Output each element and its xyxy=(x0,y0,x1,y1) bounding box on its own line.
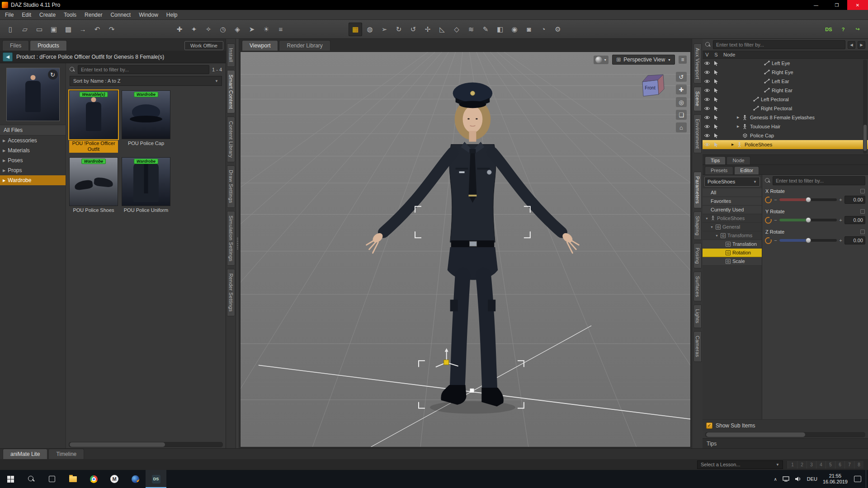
camera-zoom-button[interactable]: ◎ xyxy=(676,97,687,107)
poses-category[interactable]: Poses xyxy=(0,155,66,165)
frame-cell[interactable]: 1 xyxy=(788,461,797,469)
network-icon[interactable] xyxy=(783,476,789,482)
parameter-value[interactable]: 0.00 xyxy=(844,236,865,244)
measure-metrics-button[interactable]: ✧ xyxy=(202,23,215,36)
next-selection-button[interactable] xyxy=(858,41,865,49)
selectable-cursor-icon[interactable] xyxy=(712,70,721,75)
scrollbar-thumb[interactable] xyxy=(70,442,165,447)
frame-cell[interactable]: 7 xyxy=(844,461,854,469)
all-group[interactable]: All xyxy=(703,188,762,197)
visibility-eye-icon[interactable] xyxy=(703,106,712,111)
redo-button[interactable]: ↷ xyxy=(105,23,118,36)
refresh-icon[interactable]: ↻ xyxy=(48,70,58,80)
spot-render-button[interactable]: ◔ xyxy=(537,23,550,36)
horizontal-scrollbar[interactable] xyxy=(69,442,223,447)
render-settings-tab[interactable]: Render Settings xyxy=(227,269,235,316)
task-view-button[interactable] xyxy=(42,470,62,488)
install-manager-button[interactable]: M xyxy=(104,470,125,488)
tab-viewport[interactable]: Viewport xyxy=(242,40,278,51)
scale-group[interactable]: Scale xyxy=(703,257,762,266)
help-button[interactable]: ? xyxy=(836,23,850,36)
currently-used-group[interactable]: Currently Used xyxy=(703,206,762,214)
selectable-cursor-icon[interactable] xyxy=(712,97,721,102)
simulation-clock-button[interactable]: ◷ xyxy=(216,23,230,36)
selectable-cursor-icon[interactable] xyxy=(712,124,721,129)
product-filter-input[interactable] xyxy=(81,67,206,72)
parameter-menu-icon[interactable] xyxy=(860,209,865,214)
visibility-eye-icon[interactable] xyxy=(703,142,712,147)
frame-view-button[interactable]: ❏ xyxy=(676,110,687,120)
visibility-eye-icon[interactable] xyxy=(703,124,712,129)
drawstyle-selector[interactable] xyxy=(594,56,609,64)
frame-cell[interactable]: 4 xyxy=(816,461,826,469)
window-menu[interactable]: Window xyxy=(135,10,162,19)
pou-police-shoes-tile[interactable]: Wardrobe POU Police Shoes xyxy=(69,157,118,220)
visibility-eye-icon[interactable] xyxy=(703,79,712,84)
geometry-editor-button[interactable]: ◧ xyxy=(493,23,507,36)
mesh-grabber-button[interactable]: ✎ xyxy=(479,23,492,36)
chrome-button[interactable] xyxy=(83,470,104,488)
render-menu[interactable]: Render xyxy=(80,10,106,19)
visibility-eye-icon[interactable] xyxy=(703,133,712,138)
edit-menu[interactable]: Edit xyxy=(18,10,35,19)
whats-this-button[interactable]: ↪ xyxy=(851,23,864,36)
frame-cell[interactable]: 2 xyxy=(797,461,807,469)
visibility-eye-icon[interactable] xyxy=(703,97,712,102)
spin-tool-button[interactable]: ↺ xyxy=(406,23,420,36)
view-orientation-cube[interactable]: Front xyxy=(636,70,669,100)
scale-tool-button[interactable]: ◺ xyxy=(435,23,449,36)
language-indicator[interactable]: DEU xyxy=(807,476,817,482)
scene-list-button[interactable]: ≡ xyxy=(274,23,288,36)
create-menu[interactable]: Create xyxy=(35,10,60,19)
create-light-button[interactable]: ☀ xyxy=(259,23,273,36)
pane-splitter[interactable] xyxy=(236,39,239,448)
visibility-eye-icon[interactable] xyxy=(703,61,712,66)
file-menu[interactable]: File xyxy=(1,10,18,19)
pin-node-button[interactable]: ➤ xyxy=(245,23,259,36)
horizontal-scrollbar[interactable] xyxy=(705,432,865,437)
general-group[interactable]: General xyxy=(703,223,762,231)
environment-tab[interactable]: Environment xyxy=(693,114,702,153)
visibility-eye-icon[interactable] xyxy=(703,115,712,120)
tab-timeline[interactable]: Timeline xyxy=(48,449,84,459)
accessories-category[interactable]: Accessories xyxy=(0,136,66,145)
open-recent-button[interactable]: ▭ xyxy=(33,23,46,36)
slider-thumb[interactable] xyxy=(806,238,811,243)
selectable-cursor-icon[interactable] xyxy=(712,106,721,111)
tab-tips[interactable]: Tips xyxy=(705,156,726,164)
selectable-cursor-icon[interactable] xyxy=(712,115,721,120)
slider-track[interactable] xyxy=(779,219,837,221)
transforms-group[interactable]: Transforms xyxy=(703,231,762,240)
save-as-button[interactable]: ▩ xyxy=(61,23,75,36)
rotation-group[interactable]: Rotation xyxy=(703,249,762,257)
parameter-menu-icon[interactable] xyxy=(860,189,865,193)
right-pectoral-node[interactable]: Right Pectoral xyxy=(703,104,868,113)
figure-mixer-button[interactable]: ◉ xyxy=(508,23,521,36)
scene-filter-input[interactable] xyxy=(716,42,842,47)
decrement-button[interactable]: − xyxy=(774,238,778,243)
genesis-8-female-eyelashes-node[interactable]: Genesis 8 Female Eyelashes xyxy=(703,113,868,122)
pou-police-officer-outfit-tile[interactable]: Wearable(s) POU !Police Officer Outfit xyxy=(69,90,118,153)
close-button[interactable]: ✕ xyxy=(847,0,868,10)
pane-menu-icon[interactable]: ≡ xyxy=(679,56,687,64)
lesson-selector-dropdown[interactable]: Select a Lesson... xyxy=(697,460,783,469)
simulation-settings-tab[interactable]: Simulation Settings xyxy=(227,211,235,266)
dial-icon[interactable] xyxy=(765,237,772,244)
slider-track[interactable] xyxy=(779,198,837,201)
draw-settings-tab[interactable]: Draw Settings xyxy=(227,165,235,208)
all-files-item[interactable]: All Files xyxy=(0,125,66,136)
content-library-tab[interactable]: Content Library xyxy=(227,117,235,162)
tab-files[interactable]: Files xyxy=(2,40,29,51)
volume-icon[interactable] xyxy=(795,476,802,482)
camera-selector[interactable]: ⊞ Perspective View xyxy=(612,55,675,65)
tools-menu[interactable]: Tools xyxy=(60,10,80,19)
expand-arrow-icon[interactable] xyxy=(710,225,714,229)
toulouse-hair-node[interactable]: Toulouse Hair xyxy=(703,122,868,131)
translation-group[interactable]: Translation xyxy=(703,240,762,249)
visibility-eye-icon[interactable] xyxy=(703,70,712,75)
hidden-icons-chevron[interactable]: ∧ xyxy=(774,477,777,482)
pou-police-uniform-tile[interactable]: Wardrobe POU Police Uniform xyxy=(122,157,170,220)
minimize-button[interactable]: — xyxy=(806,0,826,10)
wardrobe-category[interactable]: Wardrobe xyxy=(0,175,66,185)
maximize-button[interactable]: ❐ xyxy=(826,0,847,10)
